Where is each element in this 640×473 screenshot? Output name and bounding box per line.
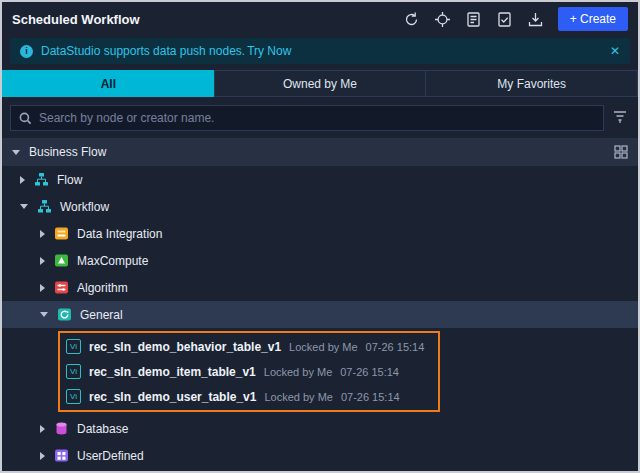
tree-item-label: General (80, 308, 123, 322)
tree-item-label: Data Integration (77, 227, 162, 241)
chevron-right-icon[interactable] (40, 425, 45, 433)
import-icon[interactable] (527, 11, 544, 28)
chevron-right-icon[interactable] (40, 284, 45, 292)
audit-doc-icon[interactable] (465, 11, 482, 28)
workflow-tree: Business Flow Flow Workflow Data Int (2, 138, 638, 471)
vi-node-icon: Vi (66, 389, 81, 404)
tree-item-algorithm[interactable]: Algorithm (2, 274, 638, 301)
tab-all[interactable]: All (2, 70, 215, 97)
tree-item-label: Flow (57, 173, 82, 187)
chevron-right-icon[interactable] (20, 176, 25, 184)
node-timestamp: 07-26 15:14 (340, 366, 399, 378)
node-name: rec_sln_demo_item_table_v1 (89, 365, 256, 379)
data-integration-icon (54, 226, 69, 241)
banner-message: DataStudio supports data push nodes. (41, 44, 245, 58)
tree-item-userdefined[interactable]: UserDefined (2, 442, 638, 469)
tree-item-label: Workflow (60, 200, 109, 214)
general-icon (57, 307, 72, 322)
chevron-down-icon[interactable] (20, 204, 28, 209)
tree-item-flow[interactable]: Flow (2, 166, 638, 193)
node-lock-status: Locked by Me (289, 341, 357, 353)
try-now-link[interactable]: Try Now (247, 44, 291, 58)
tree-item-general[interactable]: General (2, 301, 638, 328)
node-timestamp: 07-26 15:14 (341, 391, 400, 403)
node-row-item-table[interactable]: Vi rec_sln_demo_item_table_v1 Locked by … (66, 359, 424, 384)
header: Scheduled Workflow + Create (2, 2, 638, 36)
node-row-behavior-table[interactable]: Vi rec_sln_demo_behavior_table_v1 Locked… (66, 334, 424, 359)
vi-node-icon: Vi (66, 364, 81, 379)
locate-icon[interactable] (434, 11, 451, 28)
node-row-user-table[interactable]: Vi rec_sln_demo_user_table_v1 Locked by … (66, 384, 424, 409)
maxcompute-icon (54, 253, 69, 268)
page-title: Scheduled Workflow (12, 12, 140, 27)
chevron-right-icon[interactable] (40, 230, 45, 238)
chevron-down-icon[interactable] (12, 150, 20, 155)
tree-root-business-flow[interactable]: Business Flow (2, 138, 638, 166)
vi-node-icon: Vi (66, 339, 81, 354)
tab-bar: All Owned by Me My Favorites (2, 70, 638, 97)
search-input[interactable] (39, 111, 595, 125)
tree-item-label: Database (77, 422, 128, 436)
tree-item-label: UserDefined (77, 449, 144, 463)
tab-my-favorites[interactable]: My Favorites (425, 70, 638, 97)
node-lock-status: Locked by Me (264, 391, 332, 403)
node-lock-status: Locked by Me (264, 366, 332, 378)
filter-icon[interactable] (612, 109, 630, 127)
tree-item-label: MaxCompute (77, 254, 148, 268)
search-row (10, 105, 630, 131)
tree-root-label: Business Flow (29, 145, 106, 159)
scheduled-workflow-panel: Scheduled Workflow + Create i DataStudio… (0, 0, 640, 473)
node-name: rec_sln_demo_behavior_table_v1 (89, 340, 281, 354)
tab-owned-by-me[interactable]: Owned by Me (214, 70, 427, 97)
flow-icon (34, 172, 49, 187)
info-icon: i (20, 45, 33, 58)
node-timestamp: 07-26 15:14 (366, 341, 425, 353)
algorithm-icon (54, 280, 69, 295)
grid-view-icon[interactable] (614, 145, 628, 159)
create-button[interactable]: + Create (558, 7, 628, 31)
tree-item-workflow[interactable]: Workflow (2, 193, 638, 220)
chevron-right-icon[interactable] (40, 257, 45, 265)
close-icon[interactable]: ✕ (610, 44, 620, 58)
highlight-box: Vi rec_sln_demo_behavior_table_v1 Locked… (58, 331, 440, 412)
node-name: rec_sln_demo_user_table_v1 (89, 390, 256, 404)
tree-item-database[interactable]: Database (2, 415, 638, 442)
chevron-down-icon[interactable] (40, 312, 48, 317)
refresh-icon[interactable] (403, 11, 420, 28)
tree-item-data-integration[interactable]: Data Integration (2, 220, 638, 247)
info-banner: i DataStudio supports data push nodes. T… (10, 38, 630, 64)
workflow-icon (37, 199, 52, 214)
doc-check-icon[interactable] (496, 11, 513, 28)
tree-item-label: Algorithm (77, 281, 128, 295)
userdefined-icon (54, 448, 69, 463)
header-icons (403, 11, 544, 28)
chevron-right-icon[interactable] (40, 452, 45, 460)
search-icon (19, 112, 32, 125)
search-box (10, 105, 604, 131)
database-icon (54, 421, 69, 436)
tree-item-maxcompute[interactable]: MaxCompute (2, 247, 638, 274)
